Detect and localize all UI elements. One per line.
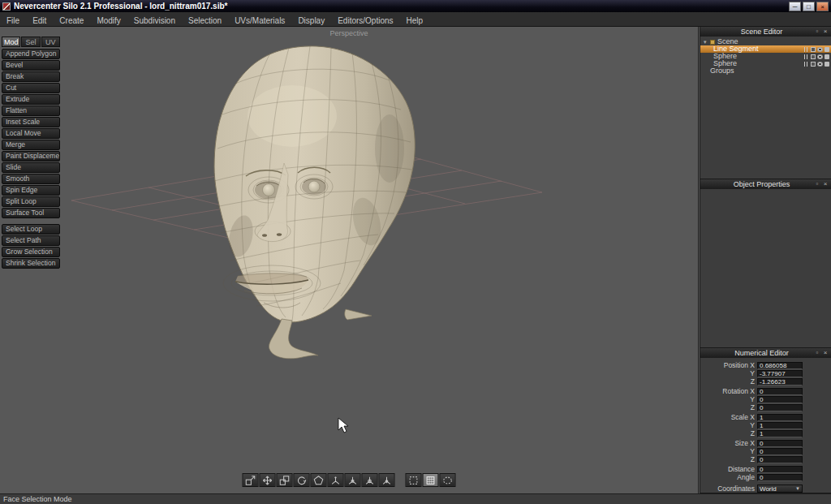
dock-icon[interactable]: ▫ bbox=[813, 180, 821, 188]
channels-icon[interactable] bbox=[804, 47, 809, 52]
tool-button[interactable]: Smooth bbox=[2, 174, 60, 184]
coordinates-dropdown[interactable]: World ▼ bbox=[757, 485, 803, 493]
tool-button[interactable]: Flatten bbox=[2, 106, 60, 116]
tool-button[interactable]: Paint Displacement bbox=[2, 151, 60, 162]
viewport-canvas[interactable] bbox=[0, 27, 699, 493]
menu-item[interactable]: Edit bbox=[26, 15, 53, 27]
numeric-field-input[interactable]: 0 bbox=[757, 388, 803, 395]
numeric-field-input[interactable]: 0.686058 bbox=[757, 362, 803, 369]
numeric-field-input[interactable]: 0 bbox=[757, 440, 803, 447]
menu-item[interactable]: Display bbox=[291, 15, 331, 27]
numeric-field-input[interactable]: -3.77907 bbox=[757, 370, 803, 377]
tool-button[interactable]: Cut bbox=[2, 83, 60, 93]
close-button[interactable]: × bbox=[816, 2, 829, 11]
menu-bar: FileEditCreateModifySubdivisionSelection… bbox=[0, 12, 831, 27]
tool-panel-tab[interactable]: Sel bbox=[21, 37, 40, 47]
dock-icon[interactable]: ▫ bbox=[813, 28, 821, 36]
numeric-field-input[interactable]: 0 bbox=[757, 456, 803, 463]
tool-button[interactable]: Break bbox=[2, 71, 60, 82]
visibility-toggle-icon[interactable] bbox=[817, 47, 823, 52]
menu-item[interactable]: Editors/Options bbox=[331, 15, 399, 27]
menu-item[interactable]: Modify bbox=[90, 15, 127, 27]
scene-icon bbox=[710, 40, 715, 45]
selection-tool-button[interactable]: Shrink Selection bbox=[2, 258, 60, 269]
scene-groups-row[interactable]: Groups bbox=[700, 67, 831, 75]
numerical-editor-header: Numerical Editor ▫ × bbox=[700, 348, 831, 358]
dock-icon[interactable]: ▫ bbox=[813, 349, 821, 357]
numeric-field-label: Distance bbox=[700, 465, 757, 473]
numeric-field-input[interactable]: 1 bbox=[757, 430, 803, 437]
tool-panel-tab[interactable]: Mod bbox=[2, 37, 20, 47]
minimize-button[interactable]: ─ bbox=[789, 2, 801, 11]
numeric-field-input[interactable]: 0 bbox=[757, 474, 803, 481]
menu-item[interactable]: Selection bbox=[182, 15, 228, 27]
move-tool-icon[interactable] bbox=[260, 473, 276, 487]
panel-title: Scene Editor bbox=[710, 28, 813, 36]
selection-tool-button[interactable]: Select Path bbox=[2, 235, 60, 246]
numeric-row: Y -3.77907 bbox=[700, 369, 831, 377]
manipulator-move-icon[interactable] bbox=[328, 473, 344, 487]
selection-tool-button[interactable]: Grow Selection bbox=[2, 247, 60, 257]
close-panel-icon[interactable]: × bbox=[821, 349, 829, 357]
close-panel-icon[interactable]: × bbox=[821, 180, 829, 188]
panel-title: Object Properties bbox=[710, 180, 813, 188]
rotate-tool-icon[interactable] bbox=[294, 473, 310, 487]
numeric-field-label: Angle bbox=[700, 473, 757, 481]
tool-button[interactable]: Surface Tool bbox=[2, 208, 60, 218]
wireframe-toggle-icon[interactable] bbox=[811, 54, 816, 59]
lasso-select-mode-icon[interactable] bbox=[440, 473, 456, 487]
numeric-field-input[interactable]: 0 bbox=[757, 448, 803, 455]
tool-button[interactable]: Split Loop bbox=[2, 196, 60, 207]
tool-button[interactable]: Merge bbox=[2, 140, 60, 150]
numeric-row: Z 0 bbox=[700, 403, 831, 411]
numeric-field-label: Z bbox=[700, 403, 757, 411]
maximize-button[interactable]: □ bbox=[803, 2, 815, 11]
tool-panel-tab[interactable]: UV bbox=[41, 37, 60, 47]
paint-select-mode-icon[interactable] bbox=[423, 473, 439, 487]
tool-button[interactable]: Bevel bbox=[2, 60, 60, 71]
channels-icon[interactable] bbox=[804, 62, 809, 67]
visibility-toggle-icon[interactable] bbox=[817, 54, 823, 59]
scale-tool-icon[interactable] bbox=[277, 473, 293, 487]
menu-item[interactable]: Create bbox=[53, 15, 90, 27]
polygon-tool-icon[interactable] bbox=[311, 473, 327, 487]
tweak-tool-icon[interactable] bbox=[243, 473, 259, 487]
menu-item[interactable]: Help bbox=[400, 15, 430, 27]
manipulator-rotate-icon[interactable] bbox=[362, 473, 378, 487]
numerical-editor-panel: Numerical Editor ▫ × Position X 0.686058… bbox=[700, 348, 831, 493]
menu-item[interactable]: Subdivision bbox=[127, 15, 182, 27]
visibility-toggle-icon[interactable] bbox=[817, 62, 823, 67]
channels-icon[interactable] bbox=[804, 54, 809, 59]
numeric-field-input[interactable]: 0 bbox=[757, 396, 803, 403]
manipulator-universal-icon[interactable] bbox=[379, 473, 395, 487]
numeric-field-input[interactable]: 1 bbox=[757, 414, 803, 421]
app-logo-icon bbox=[2, 2, 11, 11]
close-panel-icon[interactable]: × bbox=[821, 28, 829, 36]
tool-button[interactable]: Append Polygon bbox=[2, 49, 60, 59]
vertex-select-mode-icon[interactable] bbox=[406, 473, 422, 487]
numeric-field-input[interactable]: 0 bbox=[757, 466, 803, 473]
numeric-field-input[interactable]: 1 bbox=[757, 422, 803, 429]
wireframe-toggle-icon[interactable] bbox=[811, 47, 816, 52]
lock-toggle-icon[interactable] bbox=[825, 54, 829, 59]
menu-item[interactable]: UVs/Materials bbox=[228, 15, 291, 27]
window-title: Nevercenter Silo 2.1 Professional - lord… bbox=[14, 2, 787, 11]
expander-icon[interactable]: ▾ bbox=[704, 38, 710, 45]
wireframe-toggle-icon[interactable] bbox=[811, 62, 816, 67]
status-bar: Face Selection Mode bbox=[0, 493, 831, 504]
tool-button[interactable]: Spin Edge bbox=[2, 185, 60, 196]
tool-button[interactable]: Local Move bbox=[2, 128, 60, 139]
tool-button[interactable]: Inset Scale bbox=[2, 117, 60, 127]
head-model[interactable] bbox=[214, 46, 415, 359]
lock-toggle-icon[interactable] bbox=[825, 47, 829, 52]
numeric-field-input[interactable]: -1.26623 bbox=[757, 378, 803, 386]
tool-button[interactable]: Slide bbox=[2, 162, 60, 173]
lock-toggle-icon[interactable] bbox=[825, 62, 829, 67]
viewport[interactable]: Perspective ModSelUV Append PolygonBevel… bbox=[0, 27, 699, 493]
selection-tool-button[interactable]: Select Loop bbox=[2, 224, 60, 235]
numeric-field-input[interactable]: 0 bbox=[757, 404, 803, 411]
manipulator-scale-icon[interactable] bbox=[345, 473, 361, 487]
menu-item[interactable]: File bbox=[0, 15, 26, 27]
object-properties-header: Object Properties ▫ × bbox=[700, 179, 831, 189]
tool-button[interactable]: Extrude bbox=[2, 94, 60, 105]
